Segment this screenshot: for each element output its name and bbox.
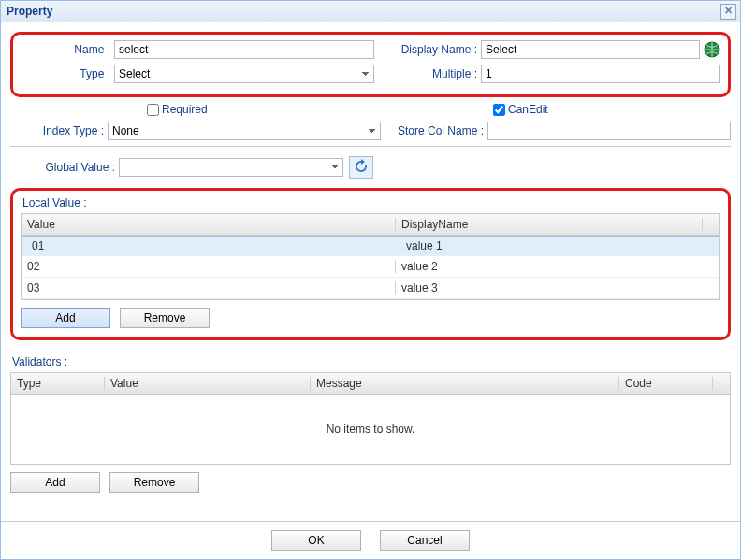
cell-value: 01	[26, 239, 400, 252]
type-label: Type :	[17, 67, 114, 80]
cell-value: 02	[22, 260, 396, 273]
cell-displayname: value 1	[400, 239, 702, 252]
col-header-message[interactable]: Message	[311, 377, 619, 390]
cancel-button[interactable]: Cancel	[380, 530, 470, 551]
local-value-title: Local Value :	[22, 196, 720, 209]
multiple-label: Multiple :	[374, 67, 481, 80]
validators-empty-text: No items to show.	[11, 395, 730, 464]
separator	[10, 146, 731, 147]
cell-displayname: value 2	[396, 260, 719, 273]
type-select[interactable]: Select	[114, 65, 374, 83]
property-dialog: Property ✕ Name : Display Name : Type : …	[0, 0, 741, 560]
titlebar: Property ✕	[1, 1, 740, 22]
display-name-label: Display Name :	[374, 43, 481, 56]
validators-grid-header: Type Value Message Code	[11, 373, 730, 395]
table-row[interactable]: 03value 3	[22, 278, 719, 299]
canedit-label: CanEdit	[508, 103, 548, 116]
name-label: Name :	[17, 43, 114, 56]
canedit-checkbox[interactable]: CanEdit	[493, 103, 731, 116]
required-checkbox[interactable]: Required	[147, 103, 208, 116]
store-col-input[interactable]	[487, 122, 731, 140]
table-row[interactable]: 01value 1	[22, 236, 719, 256]
primary-fields-group: Name : Display Name : Type : Select Mult…	[10, 32, 731, 97]
canedit-checkbox-input[interactable]	[493, 104, 505, 116]
required-label: Required	[162, 103, 208, 116]
validators-remove-button[interactable]: Remove	[109, 472, 199, 493]
validators-grid: Type Value Message Code No items to show…	[10, 372, 731, 465]
display-name-input[interactable]	[481, 40, 700, 59]
name-input[interactable]	[114, 40, 374, 59]
cell-displayname: value 3	[396, 281, 719, 294]
col-header-type[interactable]: Type	[11, 377, 105, 390]
cell-value: 03	[22, 281, 396, 294]
local-value-grid-header: Value DisplayName	[22, 214, 719, 236]
index-type-label: Index Type :	[10, 124, 108, 137]
validators-add-button[interactable]: Add	[10, 472, 100, 493]
close-icon[interactable]: ✕	[720, 4, 736, 20]
col-header-code[interactable]: Code	[619, 377, 713, 390]
col-header-value[interactable]: Value	[22, 218, 396, 231]
global-value-label: Global Value :	[10, 161, 119, 174]
table-row[interactable]: 02value 2	[22, 256, 719, 278]
ok-button[interactable]: OK	[271, 530, 361, 551]
validators-section: Validators : Type Value Message Code No …	[10, 355, 731, 493]
index-type-select[interactable]: None	[108, 122, 381, 140]
refresh-icon	[354, 159, 369, 177]
validators-title: Validators :	[12, 355, 731, 368]
col-header-value[interactable]: Value	[105, 377, 311, 390]
refresh-button[interactable]	[349, 156, 373, 179]
required-checkbox-input[interactable]	[147, 104, 159, 116]
globe-icon[interactable]	[704, 41, 720, 58]
store-col-label: Store Col Name :	[381, 124, 487, 137]
window-title: Property	[7, 5, 52, 18]
col-header-displayname[interactable]: DisplayName	[396, 218, 703, 231]
local-value-section: Local Value : Value DisplayName 01value …	[10, 188, 731, 340]
global-value-select[interactable]	[119, 158, 343, 177]
dialog-footer: OK Cancel	[1, 521, 740, 559]
local-value-remove-button[interactable]: Remove	[120, 308, 210, 328]
local-value-add-button[interactable]: Add	[21, 308, 110, 328]
local-value-grid: Value DisplayName 01value 102value 203va…	[21, 213, 720, 300]
multiple-input[interactable]	[481, 65, 720, 83]
